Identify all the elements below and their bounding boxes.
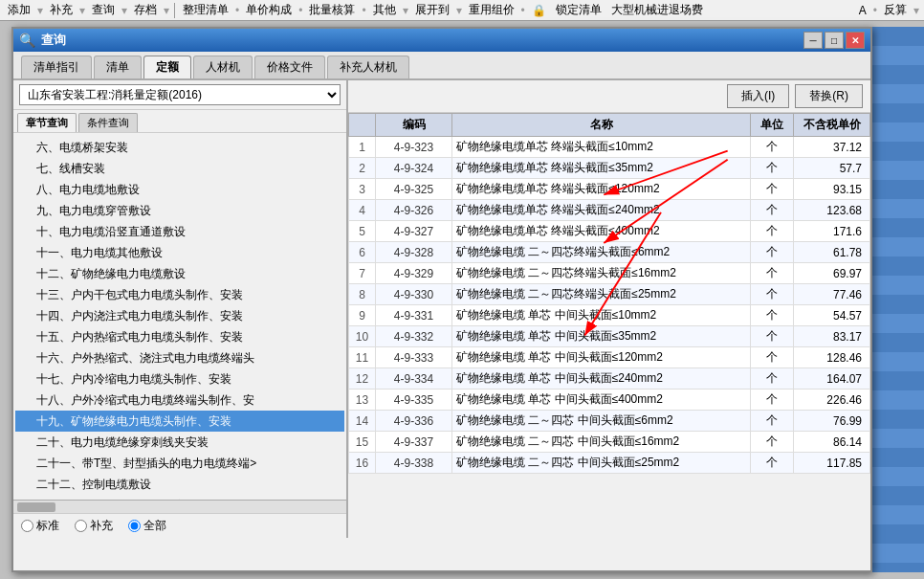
tab-quota[interactable]: 定额 — [143, 56, 191, 78]
table-row[interactable]: 9 4-9-331 矿物绝缘电缆 单芯 中间头截面≤10mm2 个 54.57 — [349, 305, 870, 326]
table-row[interactable]: 8 4-9-330 矿物绝缘电缆 二～四芯终端头截面≤25mm2 个 77.46 — [349, 284, 870, 305]
table-row[interactable]: 3 4-9-325 矿物绝缘电缆单芯 终端头截面≤120mm2 个 93.15 — [349, 179, 870, 200]
tree-item[interactable]: 十六、户外热缩式、浇注式电力电缆终端头 — [15, 347, 344, 368]
close-button[interactable]: ✕ — [846, 32, 865, 49]
tree-item[interactable]: 二十、电力电缆绝缘穿刺线夹安装 — [15, 432, 344, 453]
table-row[interactable]: 2 4-9-324 矿物绝缘电缆单芯 终端头截面≤35mm2 个 57.7 — [349, 158, 870, 179]
cell-name: 矿物绝缘电缆 二～四芯 中间头截面≤6mm2 — [452, 411, 751, 432]
right-panel: 插入(I) 替换(R) 编码 名称 单位 不含税单价 1 — [348, 80, 870, 538]
cell-name: 矿物绝缘电缆单芯 终端头截面≤10mm2 — [452, 137, 751, 158]
toolbar-add[interactable]: 添加 — [4, 1, 34, 19]
search-tab-chapter[interactable]: 章节查询 — [17, 113, 77, 132]
cell-num: 2 — [349, 158, 376, 179]
cell-code: 4-9-331 — [376, 305, 452, 326]
toolbar-reuse[interactable]: 重用组价 — [465, 1, 518, 19]
cell-price: 128.46 — [794, 347, 870, 368]
tree-item[interactable]: 十八、户外冷缩式电力电缆终端头制作、安 — [15, 390, 344, 411]
toolbar-organize[interactable]: 整理清单 — [179, 1, 232, 19]
cell-price: 117.85 — [794, 453, 870, 474]
tree-item[interactable]: 十四、户内浇注式电力电缆头制作、安装 — [15, 305, 344, 326]
table-row[interactable]: 16 4-9-338 矿物绝缘电缆 二～四芯 中间头截面≤25mm2 个 117… — [349, 453, 870, 474]
toolbar-lock-label[interactable]: 锁定清单 — [552, 1, 605, 19]
table-row[interactable]: 13 4-9-335 矿物绝缘电缆 单芯 中间头截面≤400mm2 个 226.… — [349, 390, 870, 411]
cell-name: 矿物绝缘电缆 二～四芯 中间头截面≤16mm2 — [452, 432, 751, 453]
cell-name: 矿物绝缘电缆 单芯 中间头截面≤10mm2 — [452, 305, 751, 326]
tree-item[interactable]: 二十一、带T型、封型插头的电力电缆终端> — [15, 453, 344, 474]
cell-num: 14 — [349, 411, 376, 432]
toolbar-expand[interactable]: 展开到 — [411, 1, 453, 19]
radio-supplement[interactable]: 补充 — [75, 518, 113, 534]
table-row[interactable]: 14 4-9-336 矿物绝缘电缆 二～四芯 中间头截面≤6mm2 个 76.9… — [349, 411, 870, 432]
cell-code: 4-9-325 — [376, 179, 452, 200]
table-row[interactable]: 10 4-9-332 矿物绝缘电缆 单芯 中间头截面≤35mm2 个 83.17 — [349, 326, 870, 347]
search-tab-condition[interactable]: 条件查询 — [78, 113, 138, 132]
cell-code: 4-9-332 — [376, 326, 452, 347]
table-row[interactable]: 12 4-9-334 矿物绝缘电缆 单芯 中间头截面≤240mm2 个 164.… — [349, 368, 870, 390]
cell-code: 4-9-323 — [376, 137, 452, 158]
toolbar-A[interactable]: A — [855, 3, 870, 18]
cell-price: 57.7 — [794, 158, 870, 179]
toolbar-batch[interactable]: 批量核算 — [305, 1, 359, 19]
table-row[interactable]: 15 4-9-337 矿物绝缘电缆 二～四芯 中间头截面≤16mm2 个 86.… — [349, 432, 870, 453]
tree-item[interactable]: 六、电缆桥架安装 — [15, 137, 344, 158]
toolbar-lock[interactable]: 🔒 — [528, 3, 550, 18]
replace-button[interactable]: 替换(R) — [795, 84, 863, 108]
insert-button[interactable]: 插入(I) — [727, 84, 789, 108]
tree-item[interactable]: 十三、户内干包式电力电缆头制作、安装 — [15, 284, 344, 305]
radio-all[interactable]: 全部 — [128, 518, 166, 534]
toolbar-other[interactable]: 其他 — [369, 1, 400, 19]
toolbar-calc[interactable]: 反算 — [880, 1, 911, 19]
tree-item[interactable]: 十、电力电缆沿竖直通道敷设 — [15, 221, 344, 242]
toolbar-save[interactable]: 存档 — [130, 1, 161, 19]
search-tabs: 章节查询 条件查询 — [13, 110, 346, 133]
cell-name: 矿物绝缘电缆单芯 终端头截面≤240mm2 — [452, 200, 751, 221]
radio-standard[interactable]: 标准 — [21, 518, 59, 534]
cell-num: 16 — [349, 453, 376, 474]
toolbar-machine[interactable]: 大型机械进退场费 — [607, 1, 707, 19]
table-row[interactable]: 6 4-9-328 矿物绝缘电缆 二～四芯终端头截面≤6mm2 个 61.78 — [349, 242, 870, 263]
tree-item[interactable]: 十二、矿物绝缘电力电缆敷设 — [15, 263, 344, 284]
cell-unit: 个 — [751, 411, 794, 432]
col-code: 编码 — [376, 114, 452, 137]
cell-price: 86.14 — [794, 432, 870, 453]
tree-scroll[interactable] — [13, 500, 346, 513]
table-row[interactable]: 7 4-9-329 矿物绝缘电缆 二～四芯终端头截面≤16mm2 个 69.97 — [349, 263, 870, 284]
tree-area[interactable]: 六、电缆桥架安装七、线槽安装八、电力电缆地敷设九、电力电缆穿管敷设十、电力电缆沿… — [13, 133, 346, 500]
cell-code: 4-9-335 — [376, 390, 452, 411]
tab-price[interactable]: 价格文件 — [254, 56, 325, 78]
cell-price: 164.07 — [794, 368, 870, 390]
tree-item[interactable]: 二十二、控制电缆敷设 — [15, 474, 344, 495]
cell-unit: 个 — [751, 368, 794, 390]
tab-list-guide[interactable]: 清单指引 — [21, 56, 92, 78]
cell-name: 矿物绝缘电缆 二～四芯终端头截面≤25mm2 — [452, 284, 751, 305]
tree-item[interactable]: 十九、矿物绝缘电力电缆头制作、安装 — [15, 411, 344, 432]
cell-code: 4-9-329 — [376, 263, 452, 284]
quota-dropdown[interactable]: 山东省安装工程:消耗量定额(2016) — [19, 84, 341, 105]
toolbar-unit-price[interactable]: 单价构成 — [242, 1, 296, 19]
cell-price: 54.57 — [794, 305, 870, 326]
cell-price: 37.12 — [794, 137, 870, 158]
tree-item[interactable]: 十七、户内冷缩电力电缆头制作、安装 — [15, 368, 344, 390]
maximize-button[interactable]: □ — [825, 32, 844, 49]
toolbar-supplement[interactable]: 补充 — [46, 1, 77, 19]
table-row[interactable]: 1 4-9-323 矿物绝缘电缆单芯 终端头截面≤10mm2 个 37.12 — [349, 137, 870, 158]
cell-price: 61.78 — [794, 242, 870, 263]
cell-code: 4-9-324 — [376, 158, 452, 179]
tab-list[interactable]: 清单 — [94, 56, 142, 78]
cell-num: 3 — [349, 179, 376, 200]
data-table[interactable]: 编码 名称 单位 不含税单价 1 4-9-323 矿物绝缘电缆单芯 终端头截面≤… — [348, 113, 870, 538]
table-row[interactable]: 4 4-9-326 矿物绝缘电缆单芯 终端头截面≤240mm2 个 123.68 — [349, 200, 870, 221]
tree-item[interactable]: 八、电力电缆地敷设 — [15, 179, 344, 200]
tree-item[interactable]: 七、线槽安装 — [15, 158, 344, 179]
table-row[interactable]: 11 4-9-333 矿物绝缘电缆 单芯 中间头截面≤120mm2 个 128.… — [349, 347, 870, 368]
tab-supplement[interactable]: 补充人材机 — [327, 56, 409, 78]
table-row[interactable]: 5 4-9-327 矿物绝缘电缆单芯 终端头截面≤400mm2 个 171.6 — [349, 221, 870, 242]
minimize-button[interactable]: ─ — [803, 32, 823, 49]
tree-item[interactable]: 九、电力电缆穿管敷设 — [15, 200, 344, 221]
tree-item[interactable]: 十五、户内热缩式电力电缆头制作、安装 — [15, 326, 344, 347]
cell-price: 171.6 — [794, 221, 870, 242]
tab-labor[interactable]: 人材机 — [193, 56, 253, 78]
toolbar-query[interactable]: 查询 — [88, 1, 119, 19]
tree-item[interactable]: 十一、电力电缆其他敷设 — [15, 242, 344, 263]
cell-price: 93.15 — [794, 179, 870, 200]
